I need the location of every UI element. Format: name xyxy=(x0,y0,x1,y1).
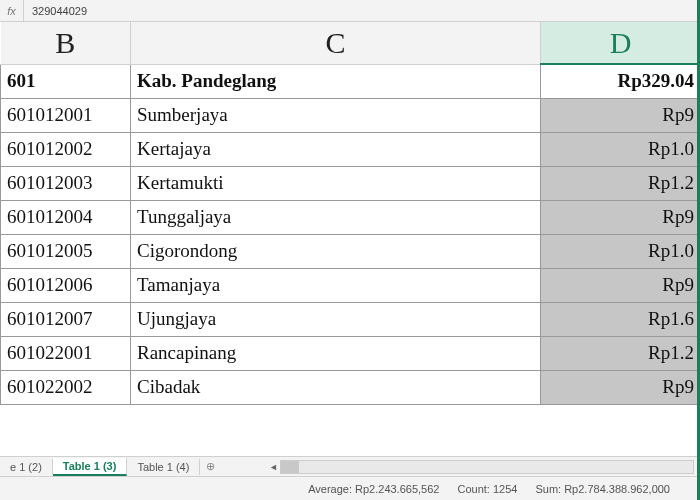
cell-name[interactable]: Tamanjaya xyxy=(131,268,541,302)
status-sum: Sum: Rp2.784.388.962,000 xyxy=(535,483,670,495)
region-code[interactable]: 601 xyxy=(1,64,131,98)
status-sum-value: Rp2.784.388.962,000 xyxy=(564,483,670,495)
cell-amount[interactable]: Rp9 xyxy=(541,200,701,234)
sheet-tab[interactable]: Table 1 (3) xyxy=(53,458,128,476)
spreadsheet-grid[interactable]: B C D 601 Kab. Pandeglang Rp329.04 60101… xyxy=(0,22,700,456)
cell-code[interactable]: 601012001 xyxy=(1,98,131,132)
add-sheet-button[interactable]: ⊕ xyxy=(200,460,220,473)
cell-amount[interactable]: Rp9 xyxy=(541,98,701,132)
status-average: Average: Rp2.243.665,562 xyxy=(308,483,439,495)
horizontal-scrollbar[interactable]: ◄ ► xyxy=(280,460,694,474)
region-name[interactable]: Kab. Pandeglang xyxy=(131,64,541,98)
status-average-value: Rp2.243.665,562 xyxy=(355,483,439,495)
formula-value[interactable]: 329044029 xyxy=(24,5,87,17)
column-header-row: B C D xyxy=(1,22,701,64)
cell-code[interactable]: 601022002 xyxy=(1,370,131,404)
table-row[interactable]: 601022001 Rancapinang Rp1.2 xyxy=(1,336,701,370)
cell-name[interactable]: Cigorondong xyxy=(131,234,541,268)
table-row[interactable]: 601012004 Tunggaljaya Rp9 xyxy=(1,200,701,234)
col-header-d[interactable]: D xyxy=(541,22,701,64)
cell-code[interactable]: 601012002 xyxy=(1,132,131,166)
cell-amount[interactable]: Rp1.2 xyxy=(541,166,701,200)
cell-code[interactable]: 601012007 xyxy=(1,302,131,336)
col-header-c[interactable]: C xyxy=(131,22,541,64)
table-row[interactable]: 601012003 Kertamukti Rp1.2 xyxy=(1,166,701,200)
cell-name[interactable]: Sumberjaya xyxy=(131,98,541,132)
cell-name[interactable]: Tunggaljaya xyxy=(131,200,541,234)
table-row[interactable]: 601022002 Cibadak Rp9 xyxy=(1,370,701,404)
cell-code[interactable]: 601012006 xyxy=(1,268,131,302)
scroll-thumb[interactable] xyxy=(281,461,299,473)
status-bar: Average: Rp2.243.665,562 Count: 1254 Sum… xyxy=(0,476,700,500)
cell-amount[interactable]: Rp1.2 xyxy=(541,336,701,370)
table-row[interactable]: 601012001 Sumberjaya Rp9 xyxy=(1,98,701,132)
region-amount[interactable]: Rp329.04 xyxy=(541,64,701,98)
cell-amount[interactable]: Rp9 xyxy=(541,370,701,404)
sheet-table: B C D 601 Kab. Pandeglang Rp329.04 60101… xyxy=(0,22,700,405)
sheet-tab-strip: e 1 (2) Table 1 (3) Table 1 (4) ⊕ ◄ ► xyxy=(0,456,700,476)
cell-name[interactable]: Ujungjaya xyxy=(131,302,541,336)
sheet-tab[interactable]: e 1 (2) xyxy=(0,459,53,475)
cell-code[interactable]: 601012004 xyxy=(1,200,131,234)
scroll-left-icon[interactable]: ◄ xyxy=(266,461,280,473)
cell-amount[interactable]: Rp9 xyxy=(541,268,701,302)
table-row[interactable]: 601012007 Ujungjaya Rp1.6 xyxy=(1,302,701,336)
col-header-b[interactable]: B xyxy=(1,22,131,64)
cell-amount[interactable]: Rp1.0 xyxy=(541,234,701,268)
formula-bar: fx 329044029 xyxy=(0,0,700,22)
cell-code[interactable]: 601012005 xyxy=(1,234,131,268)
cell-name[interactable]: Kertajaya xyxy=(131,132,541,166)
status-count-label: Count: xyxy=(457,483,489,495)
table-row[interactable]: 601012002 Kertajaya Rp1.0 xyxy=(1,132,701,166)
status-average-label: Average: xyxy=(308,483,352,495)
fx-label: fx xyxy=(0,0,24,21)
cell-code[interactable]: 601012003 xyxy=(1,166,131,200)
cell-code[interactable]: 601022001 xyxy=(1,336,131,370)
cell-name[interactable]: Kertamukti xyxy=(131,166,541,200)
table-row[interactable]: 601012006 Tamanjaya Rp9 xyxy=(1,268,701,302)
status-count-value: 1254 xyxy=(493,483,517,495)
sheet-tab[interactable]: Table 1 (4) xyxy=(127,459,200,475)
cell-name[interactable]: Cibadak xyxy=(131,370,541,404)
status-sum-label: Sum: xyxy=(535,483,561,495)
region-header-row[interactable]: 601 Kab. Pandeglang Rp329.04 xyxy=(1,64,701,98)
cell-amount[interactable]: Rp1.0 xyxy=(541,132,701,166)
cell-amount[interactable]: Rp1.6 xyxy=(541,302,701,336)
cell-name[interactable]: Rancapinang xyxy=(131,336,541,370)
status-count: Count: 1254 xyxy=(457,483,517,495)
table-row[interactable]: 601012005 Cigorondong Rp1.0 xyxy=(1,234,701,268)
